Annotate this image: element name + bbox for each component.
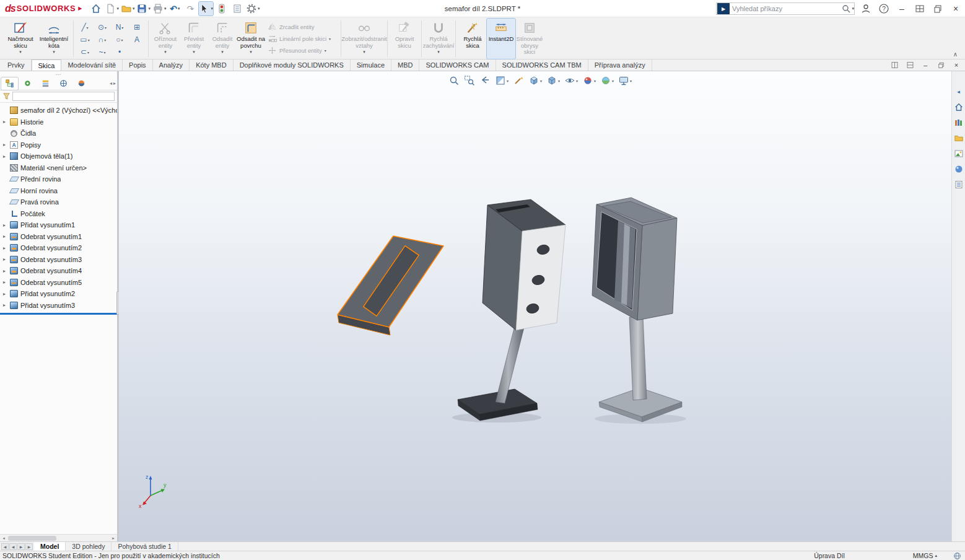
- design-library-button[interactable]: [953, 117, 964, 128]
- doc-tile-button[interactable]: [889, 61, 899, 69]
- file-explorer-button[interactable]: [953, 133, 964, 144]
- tab-priprava-analyzy[interactable]: Příprava analýzy: [588, 59, 652, 71]
- display-style-button[interactable]: ▾: [546, 74, 561, 87]
- panel-horizontal-scrollbar[interactable]: ◂ ▸: [0, 534, 117, 541]
- tab-doplnkove-moduly[interactable]: Doplňkové moduly SOLIDWORKS: [234, 59, 351, 71]
- collapse-taskpane-button[interactable]: ◂: [953, 86, 964, 97]
- model-canvas[interactable]: [119, 71, 951, 541]
- doc-minimize-button[interactable]: –: [920, 61, 930, 69]
- previous-view-button[interactable]: [479, 74, 491, 87]
- rollback-bar[interactable]: [0, 313, 117, 315]
- tab-pohybova-studie[interactable]: Pohybová studie 1: [111, 542, 178, 551]
- scroll-right-icon[interactable]: ▸: [110, 535, 117, 542]
- scrollbar-thumb[interactable]: [8, 536, 56, 541]
- fillet-tool[interactable]: ~▾: [94, 46, 111, 58]
- linear-sketch-pattern-button[interactable]: Lineární pole skici ▾: [265, 34, 338, 43]
- convert-entities-button[interactable]: Převést entity ▾: [180, 19, 208, 59]
- display-delete-relations-button[interactable]: Zobrazit/odstranit vztahy ▾: [344, 19, 385, 59]
- help-button[interactable]: ?: [877, 2, 891, 15]
- model-signal-head[interactable]: [458, 199, 565, 421]
- doc-close-button[interactable]: ×: [951, 61, 961, 69]
- instant2d-button[interactable]: Instant2D: [487, 19, 515, 59]
- tree-item-odebrat-vysunutim1[interactable]: ▸Odebrat vysunutím1: [0, 231, 117, 243]
- redo-button[interactable]: ↷: [183, 2, 197, 15]
- tab-nav-last-button[interactable]: ▶: [25, 543, 33, 550]
- repair-sketch-button[interactable]: Opravit skicu: [390, 19, 419, 59]
- shaded-sketch-contours-button[interactable]: Stínované obrysy skici: [515, 19, 544, 59]
- slot-tool[interactable]: ⊂▾: [76, 46, 94, 58]
- quick-sketch-button[interactable]: Rychlá skica: [458, 19, 487, 59]
- model-slotted-plate[interactable]: [338, 236, 443, 335]
- move-entities-button[interactable]: Přesunout entity ▾: [265, 46, 338, 55]
- tab-prvky[interactable]: Prvky: [1, 59, 32, 71]
- panel-tab-scroll-left-icon[interactable]: ◂: [110, 81, 112, 86]
- line-tool[interactable]: ╱▾: [76, 21, 94, 33]
- dropdown-caret-icon[interactable]: ▾: [193, 50, 195, 55]
- open-button[interactable]: ▾: [121, 2, 135, 15]
- new-document-button[interactable]: ▾: [105, 2, 119, 15]
- tree-item-odebrat-vysunutim2[interactable]: ▸Odebrat vysunutím2: [0, 242, 117, 254]
- expand-arrow-icon[interactable]: ▸: [3, 256, 10, 262]
- dropdown-caret-icon[interactable]: ▾: [325, 48, 326, 53]
- undo-button[interactable]: ↶▾: [168, 2, 181, 15]
- sketch-button[interactable]: Načrtnout skicu ▾: [4, 19, 37, 59]
- tab-solidworks-cam-tbm[interactable]: SOLIDWORKS CAM TBM: [496, 59, 588, 71]
- tab-nav-prev-button[interactable]: ◀: [9, 543, 17, 550]
- model-open-housing[interactable]: [592, 198, 682, 422]
- tab-mbd[interactable]: MBD: [391, 59, 419, 71]
- tree-item-popisy[interactable]: ▸APopisy: [0, 139, 117, 151]
- status-globe-icon[interactable]: [953, 552, 961, 560]
- tree-item-objemova-tela[interactable]: ▸Objemová těla(1): [0, 151, 117, 162]
- sketch-pattern-tool[interactable]: ⊞: [128, 21, 146, 33]
- appearances-scenes-button[interactable]: [953, 164, 964, 175]
- sketch-visibility-button[interactable]: [512, 74, 525, 87]
- expand-arrow-icon[interactable]: ▸: [3, 154, 10, 159]
- resources-home-button[interactable]: [953, 102, 964, 113]
- tree-item-predni-rovina[interactable]: Přední rovina: [0, 173, 117, 185]
- quick-snaps-button[interactable]: Rychlá zachytávání ▾: [424, 19, 453, 59]
- dropdown-caret-icon[interactable]: ▾: [363, 50, 365, 55]
- rectangle-tool[interactable]: ▭▾: [76, 33, 94, 46]
- arc-tool[interactable]: ∩▾: [94, 33, 111, 46]
- tree-root-part[interactable]: semafor díl 2 (Výchozí) <<Výchoz: [0, 105, 117, 116]
- search-3dexperience-icon[interactable]: ▶: [717, 3, 730, 14]
- dropdown-caret-icon[interactable]: ▾: [164, 6, 167, 11]
- tree-item-horni-rovina[interactable]: Horní rovina: [0, 185, 117, 197]
- select-button[interactable]: ▾: [199, 2, 213, 15]
- ribbon-collapse-chevron-icon[interactable]: ∧: [953, 51, 958, 58]
- dropdown-caret-icon[interactable]: ▾: [164, 50, 167, 55]
- expand-arrow-icon[interactable]: ▸: [3, 119, 10, 125]
- dropdown-caret-icon[interactable]: ▾: [329, 37, 331, 41]
- tab-simulace[interactable]: Simulace: [351, 59, 391, 71]
- tree-item-prava-rovina[interactable]: Pravá rovina: [0, 196, 117, 208]
- search-input[interactable]: [731, 5, 841, 12]
- tab-popis[interactable]: Popis: [123, 59, 153, 71]
- custom-properties-button[interactable]: [953, 179, 964, 190]
- expand-arrow-icon[interactable]: ▸: [3, 302, 10, 308]
- restore-button[interactable]: [931, 2, 945, 15]
- featuremanager-tab[interactable]: [1, 77, 18, 90]
- view-orientation-button[interactable]: ▾: [528, 74, 543, 87]
- options-button[interactable]: ▾: [246, 2, 260, 15]
- tree-item-odebrat-vysunutim3[interactable]: ▸Odebrat vysunutím3: [0, 254, 117, 266]
- expand-arrow-icon[interactable]: ▸: [3, 268, 10, 274]
- scroll-left-icon[interactable]: ◂: [0, 535, 7, 542]
- expand-arrow-icon[interactable]: ▸: [3, 291, 10, 297]
- tab-nav-next-button[interactable]: ▶: [17, 543, 25, 550]
- tab-model[interactable]: Model: [34, 542, 66, 551]
- dropdown-caret-icon[interactable]: ▾: [53, 50, 55, 55]
- dropdown-caret-icon[interactable]: ▾: [221, 50, 224, 55]
- expand-arrow-icon[interactable]: ▸: [3, 234, 10, 239]
- print-button[interactable]: ▾: [152, 2, 167, 15]
- home-button[interactable]: [89, 2, 103, 15]
- doc-restore-button[interactable]: [936, 61, 946, 69]
- tree-item-pridat-vysunutim3[interactable]: ▸Přidat vysunutím3: [0, 300, 117, 312]
- expand-arrow-icon[interactable]: ▸: [3, 222, 10, 228]
- tree-item-material[interactable]: Materiál <není určen>: [0, 162, 117, 174]
- tab-nav-first-button[interactable]: ◀: [1, 543, 9, 550]
- dropdown-caret-icon[interactable]: ▾: [19, 50, 22, 55]
- view-palette-button[interactable]: [953, 148, 964, 159]
- tree-item-odebrat-vysunutim5[interactable]: ▸Odebrat vysunutím5: [0, 277, 117, 289]
- tab-3d-pohledy[interactable]: 3D pohledy: [66, 542, 111, 551]
- dropdown-caret-icon[interactable]: ▾: [116, 6, 119, 11]
